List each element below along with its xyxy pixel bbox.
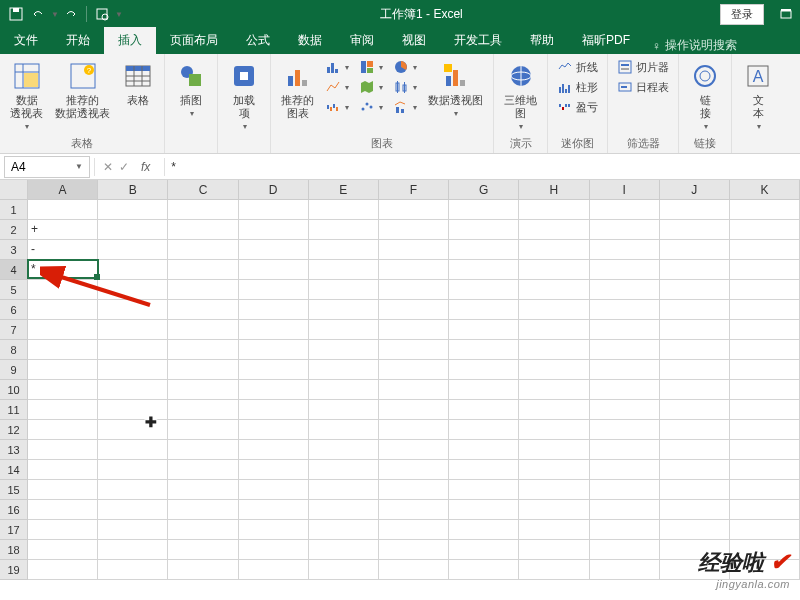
cell[interactable] bbox=[660, 440, 730, 460]
cell[interactable] bbox=[239, 320, 309, 340]
login-button[interactable]: 登录 bbox=[720, 4, 764, 25]
cell[interactable] bbox=[519, 380, 589, 400]
cell[interactable] bbox=[590, 560, 660, 580]
row-header[interactable]: 10 bbox=[0, 380, 28, 400]
cell[interactable] bbox=[590, 280, 660, 300]
cell[interactable] bbox=[239, 360, 309, 380]
cell[interactable] bbox=[590, 460, 660, 480]
cell[interactable] bbox=[519, 400, 589, 420]
cell[interactable] bbox=[449, 300, 519, 320]
row-header[interactable]: 14 bbox=[0, 460, 28, 480]
undo-icon[interactable] bbox=[28, 4, 48, 24]
tab-review[interactable]: 审阅 bbox=[336, 27, 388, 54]
column-header[interactable]: H bbox=[519, 180, 589, 200]
cell[interactable] bbox=[660, 460, 730, 480]
row-header[interactable]: 15 bbox=[0, 480, 28, 500]
cell[interactable] bbox=[168, 220, 238, 240]
table-button[interactable]: 表格 bbox=[118, 58, 158, 109]
cell[interactable] bbox=[379, 200, 449, 220]
timeline-button[interactable]: 日程表 bbox=[614, 78, 672, 96]
row-header[interactable]: 19 bbox=[0, 560, 28, 580]
pie-chart-button[interactable]: ▾ bbox=[390, 58, 420, 76]
enter-icon[interactable]: ✓ bbox=[119, 160, 129, 174]
cell[interactable] bbox=[379, 320, 449, 340]
cell[interactable] bbox=[590, 260, 660, 280]
column-chart-button[interactable]: ▾ bbox=[322, 58, 352, 76]
cell[interactable] bbox=[519, 520, 589, 540]
cell[interactable] bbox=[168, 340, 238, 360]
cell[interactable] bbox=[309, 540, 379, 560]
cell[interactable] bbox=[98, 440, 168, 460]
map-chart-button[interactable]: ▾ bbox=[356, 78, 386, 96]
cell[interactable] bbox=[309, 440, 379, 460]
cell[interactable] bbox=[590, 200, 660, 220]
cell[interactable] bbox=[309, 500, 379, 520]
column-header[interactable]: K bbox=[730, 180, 800, 200]
row-header[interactable]: 6 bbox=[0, 300, 28, 320]
sparkline-winloss-button[interactable]: 盈亏 bbox=[554, 98, 601, 116]
cell[interactable] bbox=[590, 400, 660, 420]
tab-dev[interactable]: 开发工具 bbox=[440, 27, 516, 54]
cell[interactable] bbox=[519, 560, 589, 580]
row-header[interactable]: 16 bbox=[0, 500, 28, 520]
cell[interactable] bbox=[239, 480, 309, 500]
cell[interactable] bbox=[98, 540, 168, 560]
cell[interactable] bbox=[98, 320, 168, 340]
cell[interactable] bbox=[379, 420, 449, 440]
cell[interactable] bbox=[309, 280, 379, 300]
cell[interactable] bbox=[730, 300, 800, 320]
redo-icon[interactable] bbox=[61, 4, 81, 24]
cell[interactable] bbox=[519, 340, 589, 360]
link-button[interactable]: 链 接▾ bbox=[685, 58, 725, 134]
cell[interactable] bbox=[449, 540, 519, 560]
cell[interactable] bbox=[309, 320, 379, 340]
cell[interactable] bbox=[730, 520, 800, 540]
cell[interactable] bbox=[98, 200, 168, 220]
cell[interactable] bbox=[660, 420, 730, 440]
cell[interactable] bbox=[168, 380, 238, 400]
cell[interactable] bbox=[309, 360, 379, 380]
cell[interactable] bbox=[28, 520, 98, 540]
cell[interactable] bbox=[590, 500, 660, 520]
cell[interactable] bbox=[309, 240, 379, 260]
line-chart-button[interactable]: ▾ bbox=[322, 78, 352, 96]
select-all-corner[interactable] bbox=[0, 180, 28, 200]
cell[interactable] bbox=[730, 320, 800, 340]
cell[interactable] bbox=[590, 380, 660, 400]
cell[interactable] bbox=[98, 560, 168, 580]
cell[interactable]: * bbox=[28, 260, 98, 280]
cell[interactable] bbox=[28, 320, 98, 340]
row-header[interactable]: 2 bbox=[0, 220, 28, 240]
cell[interactable] bbox=[239, 400, 309, 420]
cell[interactable] bbox=[660, 380, 730, 400]
cell[interactable] bbox=[168, 500, 238, 520]
tab-layout[interactable]: 页面布局 bbox=[156, 27, 232, 54]
hierarchy-chart-button[interactable]: ▾ bbox=[356, 58, 386, 76]
recommended-charts-button[interactable]: 推荐的 图表 bbox=[277, 58, 318, 122]
tell-me-search[interactable]: ♀ 操作说明搜索 bbox=[652, 37, 737, 54]
cell[interactable] bbox=[28, 400, 98, 420]
cell[interactable] bbox=[309, 300, 379, 320]
cell[interactable] bbox=[309, 480, 379, 500]
cell[interactable] bbox=[449, 560, 519, 580]
tab-data[interactable]: 数据 bbox=[284, 27, 336, 54]
cell[interactable] bbox=[309, 520, 379, 540]
cell[interactable] bbox=[449, 240, 519, 260]
tab-home[interactable]: 开始 bbox=[52, 27, 104, 54]
cell[interactable] bbox=[449, 380, 519, 400]
cell[interactable] bbox=[379, 280, 449, 300]
cell[interactable] bbox=[379, 340, 449, 360]
cell[interactable] bbox=[519, 220, 589, 240]
row-header[interactable]: 1 bbox=[0, 200, 28, 220]
ribbon-display-icon[interactable] bbox=[772, 0, 800, 28]
3dmap-button[interactable]: 三维地 图▾ bbox=[500, 58, 541, 134]
cell[interactable] bbox=[168, 560, 238, 580]
cell[interactable] bbox=[730, 400, 800, 420]
formula-input[interactable]: * bbox=[165, 160, 800, 174]
cell[interactable] bbox=[239, 380, 309, 400]
cell[interactable] bbox=[168, 520, 238, 540]
cell[interactable]: + bbox=[28, 220, 98, 240]
column-header[interactable]: B bbox=[98, 180, 168, 200]
cell[interactable] bbox=[98, 220, 168, 240]
cell[interactable] bbox=[449, 500, 519, 520]
